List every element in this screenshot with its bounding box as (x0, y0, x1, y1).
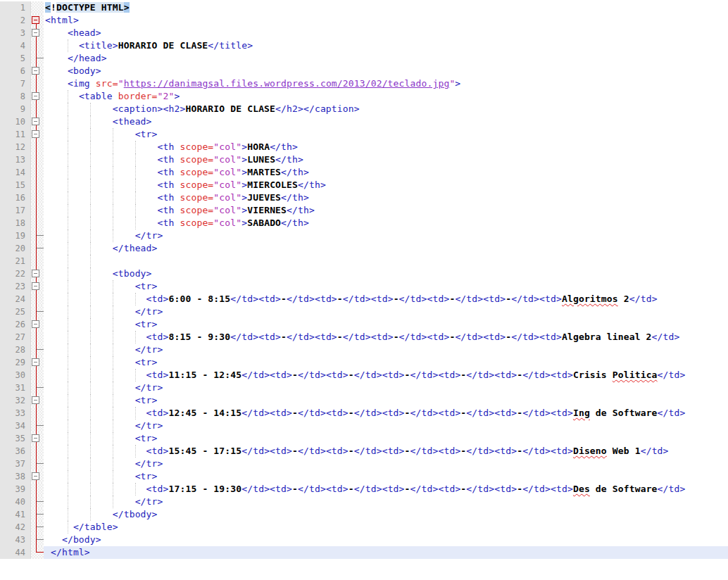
code-tokens: <td>17:15 - 19:30</td><td>-</td><td>-</t… (45, 484, 685, 494)
code-text[interactable]: <head> (44, 27, 728, 39)
token: </th> (281, 218, 309, 228)
code-text[interactable]: </tr> (44, 229, 728, 242)
token: <caption><h2> (113, 103, 186, 114)
code-text[interactable]: <tr> (44, 470, 728, 483)
indent-guide (113, 293, 113, 305)
code-text[interactable]: <td>17:15 - 19:30</td><td>-</td><td>-</t… (44, 483, 728, 496)
code-text[interactable]: <th scope="col">SABADO</th> (44, 217, 728, 229)
indent-guide (113, 445, 113, 458)
token: - (517, 370, 522, 380)
code-text[interactable]: </html> (44, 546, 728, 559)
code-tokens: </body> (45, 534, 101, 545)
indent-guide (68, 420, 68, 432)
token: </td><td> (410, 408, 461, 418)
line-number: 43 (0, 534, 31, 546)
fold-end-marker (37, 501, 44, 502)
token: </td><td> (230, 294, 281, 304)
fold-line (36, 305, 37, 318)
fold-margin (31, 521, 44, 534)
code-text[interactable]: </tbody> (44, 508, 728, 521)
code-text[interactable]: </head> (44, 52, 728, 65)
fold-toggle-icon[interactable] (32, 434, 39, 442)
fold-toggle-icon[interactable] (32, 472, 39, 480)
token: DOCTYPE HTML (56, 2, 124, 13)
line-number: 5 (0, 52, 31, 65)
code-text[interactable]: <th scope="col">MIERCOLES</th> (44, 179, 728, 191)
indent-guide (113, 191, 113, 204)
fold-toggle-icon[interactable] (32, 270, 39, 277)
code-line: 9 <caption><h2>HORARIO DE CLASE</h2></ca… (0, 103, 728, 115)
code-text[interactable]: <caption><h2>HORARIO DE CLASE</h2></capt… (44, 103, 728, 115)
token: </body> (62, 534, 101, 545)
indent-guide (113, 128, 113, 141)
code-text[interactable]: <td>8:15 - 9:30</td><td>-</td><td>-</td>… (44, 331, 728, 343)
code-text[interactable]: </tr> (44, 343, 728, 356)
fold-toggle-icon[interactable] (32, 92, 39, 100)
code-line: 40 </tr> (0, 496, 728, 508)
code-text[interactable]: <tr> (44, 280, 728, 293)
code-text[interactable]: <th scope="col">HORA</th> (44, 141, 728, 153)
code-text[interactable]: </tr> (44, 420, 728, 432)
code-text[interactable]: <td>11:15 - 12:45</td><td>-</td><td>-</t… (44, 369, 728, 382)
code-line: 3 <head> (0, 27, 728, 39)
fold-toggle-icon[interactable] (32, 29, 39, 37)
code-text[interactable]: <tbody> (44, 267, 728, 280)
code-text[interactable]: </thead> (44, 242, 728, 255)
code-text[interactable]: <td>6:00 - 8:15</td><td>-</td><td>-</td>… (44, 293, 728, 305)
fold-toggle-icon[interactable] (32, 358, 39, 366)
code-text[interactable]: <tr> (44, 432, 728, 445)
indent-guide (68, 331, 68, 343)
token: </table> (73, 522, 118, 532)
url-link[interactable]: https://danimagsal.files.wordpress.com/2… (124, 78, 450, 89)
code-text[interactable]: </table> (44, 521, 728, 534)
code-text[interactable]: <img src="https://danimagsal.files.wordp… (44, 77, 728, 90)
code-text[interactable]: <tr> (44, 318, 728, 331)
editor-surface[interactable]: 1<!DOCTYPE HTML>2<html>3 <head>4 <title>… (0, 0, 728, 580)
fold-toggle-icon[interactable] (32, 16, 39, 24)
code-text[interactable]: <body> (44, 65, 728, 77)
indent-guide (68, 483, 68, 496)
code-text[interactable] (44, 255, 728, 267)
fold-toggle-icon[interactable] (32, 130, 39, 138)
code-text[interactable]: <table border="2"> (44, 90, 728, 103)
code-text[interactable]: </tr> (44, 305, 728, 318)
token: <th (158, 167, 180, 177)
code-text[interactable]: </tr> (44, 382, 728, 394)
token: 17:15 - 19:30 (169, 484, 242, 494)
code-line: 37 </tr> (0, 458, 728, 470)
token: </td><td> (466, 408, 517, 418)
token: </tr> (135, 420, 163, 431)
code-text[interactable]: </tr> (44, 496, 728, 508)
token: </th> (298, 179, 326, 190)
code-text[interactable]: </tr> (44, 458, 728, 470)
code-text[interactable]: <tr> (44, 128, 728, 141)
fold-toggle-icon[interactable] (32, 396, 39, 404)
fold-toggle-icon[interactable] (32, 118, 39, 125)
code-text[interactable]: <th scope="col">MARTES</th> (44, 166, 728, 179)
code-text[interactable]: <th scope="col">LUNES</th> (44, 153, 728, 166)
code-text[interactable]: <thead> (44, 115, 728, 128)
code-text[interactable]: <th scope="col">JUEVES</th> (44, 191, 728, 204)
token: <head> (68, 27, 101, 38)
code-text[interactable]: <td>12:45 - 14:15</td><td>-</td><td>-</t… (44, 407, 728, 420)
fold-toggle-icon[interactable] (32, 67, 39, 75)
code-text[interactable]: <tr> (44, 356, 728, 369)
indent-guide (68, 217, 68, 229)
fold-toggle-icon[interactable] (32, 320, 39, 328)
indent-guide (68, 470, 68, 483)
code-text[interactable]: <html> (44, 14, 728, 27)
code-text[interactable]: <title>HORARIO DE CLASE</title> (44, 39, 728, 52)
token: </td><td> (511, 294, 562, 304)
token: de Software (590, 484, 658, 494)
indent-guide (90, 204, 91, 217)
fold-toggle-icon[interactable] (32, 282, 39, 290)
code-text[interactable]: <tr> (44, 394, 728, 407)
token: </td><td> (241, 370, 292, 380)
code-text[interactable]: <!DOCTYPE HTML> (44, 1, 728, 14)
code-text[interactable]: <th scope="col">VIERNES</th> (44, 204, 728, 217)
code-tokens: </table> (45, 522, 118, 532)
code-text[interactable]: </body> (44, 534, 728, 546)
indent-guide (135, 179, 136, 191)
code-text[interactable]: <td>15:45 - 17:15</td><td>-</td><td>-</t… (44, 445, 728, 458)
indent-guide (113, 407, 113, 420)
